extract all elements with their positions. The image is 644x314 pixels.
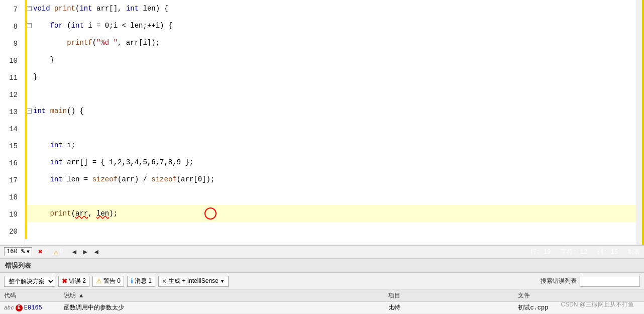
zoom-control[interactable]: 160 % ▼ <box>4 247 32 256</box>
code-line-7: − void print(int arr[], int len) { <box>25 0 636 17</box>
warning-icon: ⚠ <box>54 248 58 256</box>
code-lines: − void print(int arr[], int len) { − for… <box>25 0 636 245</box>
col-header-proj[interactable]: 项目 <box>384 290 514 302</box>
build-label: 生成 + IntelliSense <box>168 277 219 285</box>
scrollbar-indicator <box>642 0 644 245</box>
build-dropdown-icon: ▼ <box>220 278 225 284</box>
col-header-file[interactable]: 文件 <box>514 290 644 302</box>
line-num-12: 12 <box>0 86 21 103</box>
line-num-16: 16 <box>0 155 21 172</box>
cell-proj: 比特 <box>384 302 514 314</box>
code-line-17: int len = sizeof(arr) / sizeof(arr[0]); <box>25 171 636 188</box>
info-btn-icon: ℹ <box>131 277 133 285</box>
line-num-8: 8 <box>0 18 21 35</box>
next-error-btn[interactable]: ► <box>80 248 90 256</box>
warning-count-btn[interactable]: ⚠ 警告 0 <box>92 276 124 287</box>
cell-code: abc E E0165 <box>0 302 60 314</box>
error-icon: ✖ <box>38 247 43 257</box>
prev-error-btn[interactable]: ◄ <box>69 248 79 256</box>
line-num-13: 13 <box>0 103 21 121</box>
search-error-input[interactable] <box>580 276 640 287</box>
filter-icon: ✕ <box>162 278 167 285</box>
filter-btn[interactable]: ◄ <box>91 248 101 256</box>
error-panel: 错误列表 整个解决方案 ✖ 错误 2 ⚠ 警告 0 ℹ 消息 1 ✕ 生成 + … <box>0 258 644 314</box>
line-num-9: 9 <box>0 35 21 52</box>
line-num-7: 7 <box>0 1 21 18</box>
col-header-code[interactable]: 代码 <box>0 290 60 302</box>
line-num-14: 14 <box>0 121 21 138</box>
warning-status: ⚠ 0 <box>54 248 63 256</box>
err-code-val: E0165 <box>24 304 42 311</box>
warning-btn-label: 警告 0 <box>103 277 121 285</box>
char-info: 字符: 12 <box>561 248 587 256</box>
line-num-10: 10 <box>0 52 21 69</box>
right-scrollbar[interactable] <box>636 0 644 245</box>
code-line-18 <box>25 188 636 205</box>
svg-point-0 <box>205 208 216 219</box>
status-bar: 160 % ▼ ✖ 2 ⚠ 0 ◄ ► ◄ 行: 19 字符: 12 <box>0 245 644 258</box>
code-editor: 7 8 9 10 11 12 13 14 15 16 17 18 19 20 <box>0 0 644 245</box>
code-line-15: int i; <box>25 137 636 154</box>
line-numbers: 7 8 9 10 11 12 13 14 15 16 17 18 19 20 <box>0 0 25 245</box>
error-btn-icon: ✖ <box>62 277 67 285</box>
build-filter-btn[interactable]: ✕ 生成 + IntelliSense ▼ <box>158 276 229 287</box>
cell-desc: 函数调用中的参数太少 <box>60 302 384 314</box>
col-info: 列: 16 <box>597 248 618 256</box>
code-line-19: print(arr, len); <box>25 205 636 222</box>
error-count-btn[interactable]: ✖ 错误 2 <box>58 276 89 287</box>
code-line-10: } <box>25 51 636 68</box>
search-error-label: 搜索错误列表 <box>541 277 577 285</box>
info-btn-label: 消息 1 <box>135 277 152 285</box>
zoom-dropdown-icon[interactable]: ▼ <box>27 249 30 255</box>
warning-btn-icon: ⚠ <box>96 277 102 285</box>
code-line-12 <box>25 85 636 102</box>
code-line-20 <box>25 222 636 239</box>
info-count-btn[interactable]: ℹ 消息 1 <box>127 276 155 287</box>
red-circle-indicator <box>203 206 218 221</box>
line-num-15: 15 <box>0 138 21 155</box>
err-severity-icon: E <box>16 304 23 311</box>
col-header-desc[interactable]: 说明 ▲ <box>60 290 384 302</box>
code-line-8: − for (int i = 0;i < len;++i) { <box>25 17 636 34</box>
cell-file: 初试c.cpp <box>514 302 644 314</box>
error-count: 2 <box>44 248 48 255</box>
code-line-16: int arr[] = { 1,2,3,4,5,6,7,8,9 }; <box>25 154 636 171</box>
code-line-13: − int main() { <box>25 102 636 120</box>
error-table-header: 代码 说明 ▲ 项目 文件 <box>0 290 644 302</box>
error-filter-select[interactable]: 整个解决方案 <box>4 276 55 287</box>
line-num-19: 19 <box>0 206 21 223</box>
status-right: 行: 19 字符: 12 列: 16 制表 <box>530 248 640 256</box>
line-num-20: 20 <box>0 223 21 240</box>
code-line-11: } <box>25 68 636 85</box>
code-line-14 <box>25 120 636 137</box>
main-container: 7 8 9 10 11 12 13 14 15 16 17 18 19 20 <box>0 0 644 314</box>
code-line-9: printf("%d ", arr[i]); <box>25 34 636 51</box>
nav-arrows: ◄ ► ◄ <box>69 248 101 256</box>
row-info: 行: 19 <box>530 248 551 256</box>
error-panel-title: 错误列表 <box>0 259 644 273</box>
error-btn-label: 错误 2 <box>69 277 86 285</box>
line-num-11: 11 <box>0 69 21 86</box>
error-status: ✖ 2 <box>38 247 48 257</box>
mode-info: 制表 <box>628 248 640 256</box>
line-num-18: 18 <box>0 189 21 206</box>
error-table: 代码 说明 ▲ 项目 文件 abc E E0165 函数调用中的参数太少 <box>0 290 644 314</box>
zoom-value: 160 % <box>7 248 25 255</box>
table-row[interactable]: abc E E0165 函数调用中的参数太少 比特 初试c.cpp <box>0 302 644 314</box>
err-type-label: abc <box>4 305 14 311</box>
warning-count: 0 <box>60 248 63 255</box>
error-toolbar: 整个解决方案 ✖ 错误 2 ⚠ 警告 0 ℹ 消息 1 ✕ 生成 + Intel… <box>0 273 644 290</box>
line-num-17: 17 <box>0 172 21 189</box>
